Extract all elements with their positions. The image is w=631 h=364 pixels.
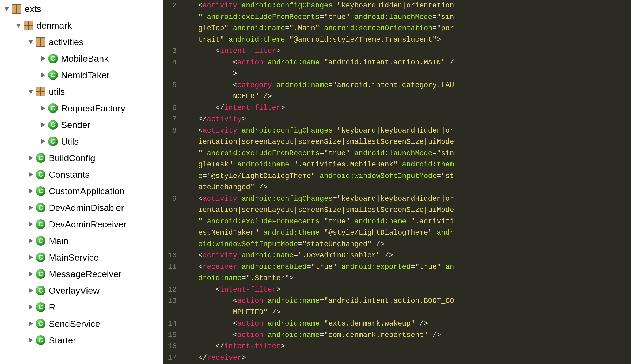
gutter-line: 12 bbox=[163, 284, 177, 296]
tree-node-activities[interactable]: activities bbox=[0, 34, 163, 50]
code-content[interactable]: <activity android:configChanges="keyboar… bbox=[181, 0, 631, 364]
tree-node-MainService[interactable]: CMainService bbox=[0, 249, 163, 266]
code-line[interactable]: <action android:name="com.denmark.report… bbox=[181, 330, 631, 341]
class-icon: C bbox=[36, 153, 45, 163]
chevron-right-icon[interactable] bbox=[40, 56, 46, 61]
code-line[interactable]: <category android:name="android.intent.c… bbox=[181, 80, 631, 91]
tree-node-Utils[interactable]: CUtils bbox=[0, 133, 163, 150]
class-icon: C bbox=[48, 137, 58, 146]
code-line[interactable]: droid:name=".Starter"> bbox=[181, 273, 631, 284]
chevron-right-icon[interactable] bbox=[28, 254, 34, 260]
code-line[interactable]: " android:excludeFromRecents="true" andr… bbox=[181, 148, 631, 159]
tree-node-denmark[interactable]: denmark bbox=[0, 17, 163, 34]
chevron-down-icon[interactable] bbox=[28, 39, 34, 45]
code-line[interactable]: </receiver> bbox=[181, 352, 631, 364]
class-icon: C bbox=[48, 103, 58, 113]
code-line[interactable]: oid:windowSoftInputMode="stateUnchanged"… bbox=[181, 239, 631, 250]
code-line[interactable]: </intent-filter> bbox=[181, 102, 631, 114]
tree-node-MessageReceiver[interactable]: CMessageReceiver bbox=[0, 266, 163, 282]
svg-marker-14 bbox=[29, 238, 33, 243]
code-line[interactable]: <intent-filter> bbox=[181, 284, 631, 296]
gutter-line: 10 bbox=[163, 250, 177, 261]
chevron-right-icon[interactable] bbox=[40, 122, 46, 128]
tree-node-Sender[interactable]: CSender bbox=[0, 117, 163, 133]
chevron-right-icon[interactable] bbox=[28, 188, 34, 194]
tree-node-label: R bbox=[49, 302, 55, 312]
code-line[interactable]: MPLETED" /> bbox=[181, 307, 631, 318]
chevron-right-icon[interactable] bbox=[28, 221, 34, 227]
code-line[interactable]: <action android:name="android.intent.act… bbox=[181, 57, 631, 68]
chevron-right-icon[interactable] bbox=[40, 105, 46, 111]
chevron-right-icon[interactable] bbox=[28, 271, 34, 277]
class-icon: C bbox=[36, 286, 45, 295]
chevron-right-icon[interactable] bbox=[40, 72, 46, 78]
chevron-down-icon[interactable] bbox=[28, 89, 34, 95]
chevron-right-icon[interactable] bbox=[28, 337, 34, 343]
chevron-right-icon[interactable] bbox=[28, 321, 34, 327]
tree-node-SendService[interactable]: CSendService bbox=[0, 315, 163, 332]
code-line[interactable]: ientation|screenLayout|screenSize|smalle… bbox=[181, 136, 631, 148]
chevron-right-icon[interactable] bbox=[28, 172, 34, 177]
code-line[interactable]: gleTask" android:name=".activities.Mobil… bbox=[181, 159, 631, 171]
tree-node-DevAdminReceiver[interactable]: CDevAdminReceiver bbox=[0, 216, 163, 233]
tree-node-RequestFactory[interactable]: CRequestFactory bbox=[0, 100, 163, 117]
code-line[interactable]: <receiver android:enabled="true" android… bbox=[181, 261, 631, 273]
tree-node-label: RequestFactory bbox=[61, 103, 125, 114]
tree-node-DevAdminDisabler[interactable]: CDevAdminDisabler bbox=[0, 199, 163, 216]
code-line[interactable]: " android:excludeFromRecents="true" andr… bbox=[181, 216, 631, 227]
tree-node-Main[interactable]: CMain bbox=[0, 233, 163, 249]
gutter-line: 5 bbox=[163, 80, 177, 91]
svg-marker-8 bbox=[41, 139, 45, 144]
code-line[interactable]: <action android:name="exts.denmark.wakeu… bbox=[181, 318, 631, 330]
chevron-right-icon[interactable] bbox=[28, 304, 34, 310]
project-tree[interactable]: extsdenmarkactivitiesCMobileBankCNemidTa… bbox=[0, 0, 163, 364]
tree-node-OverlayView[interactable]: COverlayView bbox=[0, 282, 163, 299]
code-line[interactable]: <activity android:configChanges="keyboar… bbox=[181, 0, 631, 11]
code-line[interactable]: trait" android:theme="@android:style/The… bbox=[181, 34, 631, 46]
tree-node-label: activities bbox=[49, 37, 83, 47]
gutter-line bbox=[163, 227, 177, 239]
code-editor[interactable]: 2345678910111213141516171819202122232425… bbox=[163, 0, 631, 364]
code-line[interactable]: ientation|screenLayout|screenSize|smalle… bbox=[181, 204, 631, 216]
code-line[interactable]: <action android:name="android.intent.act… bbox=[181, 295, 631, 307]
svg-marker-1 bbox=[16, 24, 21, 28]
line-gutter: 2345678910111213141516171819202122232425… bbox=[163, 0, 181, 364]
code-line[interactable]: <activity android:configChanges="keyboar… bbox=[181, 125, 631, 137]
chevron-down-icon[interactable] bbox=[16, 22, 21, 28]
code-line[interactable]: <intent-filter> bbox=[181, 45, 631, 57]
tree-node-CustomApplication[interactable]: CCustomApplication bbox=[0, 183, 163, 199]
chevron-right-icon[interactable] bbox=[28, 288, 34, 293]
tree-node-R[interactable]: CR bbox=[0, 299, 163, 315]
chevron-right-icon[interactable] bbox=[28, 155, 34, 161]
chevron-right-icon[interactable] bbox=[28, 205, 34, 211]
tree-node-NemidTaker[interactable]: CNemidTaker bbox=[0, 67, 163, 83]
tree-node-Starter[interactable]: CStarter bbox=[0, 332, 163, 348]
class-icon: C bbox=[48, 120, 58, 130]
tree-node-exts[interactable]: exts bbox=[0, 1, 163, 17]
code-line[interactable]: es.NemidTaker" android:theme="@style/Lig… bbox=[181, 227, 631, 239]
code-line[interactable]: <activity android:configChanges="keyboar… bbox=[181, 193, 631, 205]
chevron-right-icon[interactable] bbox=[28, 238, 34, 244]
tree-node-Constants[interactable]: CConstants bbox=[0, 166, 163, 183]
class-icon: C bbox=[48, 54, 58, 63]
class-icon: C bbox=[36, 236, 45, 246]
code-line[interactable]: <activity android:name=".DevAdminDisable… bbox=[181, 250, 631, 261]
tree-node-MobileBank[interactable]: CMobileBank bbox=[0, 50, 163, 67]
code-line[interactable]: e="@style/LightDialogTheme" android:wind… bbox=[181, 171, 631, 182]
chevron-down-icon[interactable] bbox=[4, 6, 10, 12]
code-line[interactable]: ateUnchanged" /> bbox=[181, 182, 631, 193]
tree-node-utils[interactable]: utils bbox=[0, 83, 163, 100]
gutter-line: 13 bbox=[163, 295, 177, 307]
chevron-right-icon[interactable] bbox=[40, 138, 46, 144]
tree-node-BuildConfig[interactable]: CBuildConfig bbox=[0, 150, 163, 166]
code-line[interactable]: NCHER" /> bbox=[181, 91, 631, 102]
code-line[interactable]: </activity> bbox=[181, 114, 631, 125]
code-line[interactable]: </intent-filter> bbox=[181, 341, 631, 352]
code-line[interactable]: > bbox=[181, 68, 631, 80]
svg-marker-13 bbox=[29, 222, 33, 227]
gutter-line: 7 bbox=[163, 114, 177, 125]
code-line[interactable]: " android:excludeFromRecents="true" andr… bbox=[181, 11, 631, 23]
package-icon bbox=[12, 4, 21, 14]
code-line[interactable]: gleTop" android:name=".Main" android:scr… bbox=[181, 23, 631, 34]
gutter-line bbox=[163, 11, 177, 23]
